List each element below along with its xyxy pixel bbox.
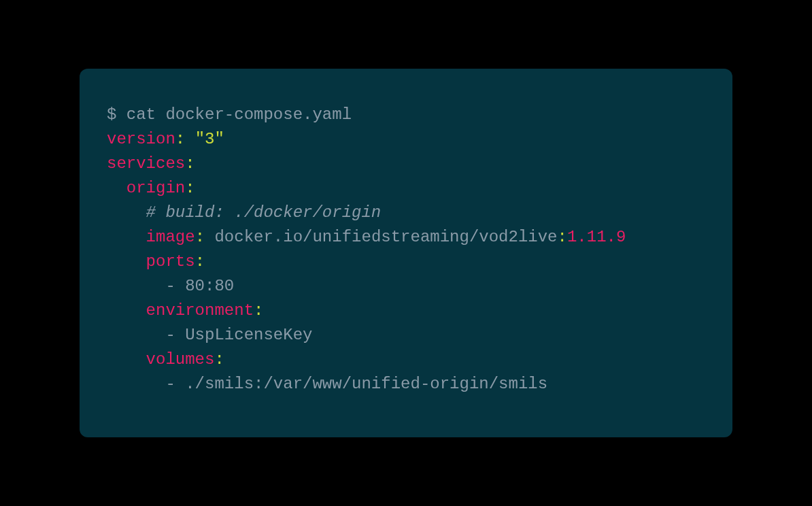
yaml-key: version xyxy=(107,130,175,148)
yaml-value: "3" xyxy=(195,130,224,148)
terminal-window: $ cat docker-compose.yaml version: "3" s… xyxy=(80,69,732,437)
yaml-value: UspLicenseKey xyxy=(185,326,312,344)
shell-prompt: $ cat docker-compose.yaml xyxy=(107,105,352,124)
colon: : xyxy=(214,350,224,369)
yaml-line-environment-item: - UspLicenseKey xyxy=(107,323,705,348)
colon: : xyxy=(175,130,185,148)
yaml-line-services: services: xyxy=(107,152,705,176)
yaml-key: volumes xyxy=(146,350,215,369)
colon: : xyxy=(254,301,263,320)
command-line: $ cat docker-compose.yaml xyxy=(107,103,705,127)
colon: : xyxy=(195,228,205,246)
yaml-key: image xyxy=(146,228,195,246)
yaml-key: services xyxy=(107,154,185,173)
yaml-line-origin: origin: xyxy=(107,176,705,201)
colon: : xyxy=(185,179,194,197)
yaml-line-ports: ports: xyxy=(107,250,705,274)
yaml-key: ports xyxy=(146,252,195,271)
yaml-value: 80:80 xyxy=(185,277,234,295)
yaml-line-environment: environment: xyxy=(107,299,705,323)
yaml-line-version: version: "3" xyxy=(107,127,705,152)
yaml-line-volumes-item: - ./smils:/var/www/unified-origin/smils xyxy=(107,372,705,397)
yaml-line-image: image: docker.io/unifiedstreaming/vod2li… xyxy=(107,225,705,250)
yaml-comment: # build: ./docker/origin xyxy=(146,203,382,222)
colon: : xyxy=(195,252,205,271)
yaml-key: origin xyxy=(126,179,185,197)
yaml-value: ./smils:/var/www/unified-origin/smils xyxy=(185,375,547,393)
yaml-line-volumes: volumes: xyxy=(107,348,705,372)
colon: : xyxy=(185,154,194,173)
colon: : xyxy=(558,228,567,246)
yaml-tag: 1.11.9 xyxy=(567,228,626,246)
yaml-line-ports-item: - 80:80 xyxy=(107,274,705,299)
yaml-line-comment: # build: ./docker/origin xyxy=(107,201,705,225)
yaml-key: environment xyxy=(146,301,254,320)
yaml-value: docker.io/unifiedstreaming/vod2live xyxy=(214,228,557,246)
